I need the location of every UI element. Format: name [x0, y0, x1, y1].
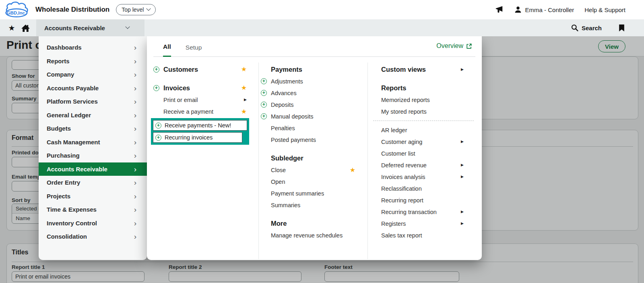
- sidebar-item-label: Time & Expenses: [47, 206, 97, 213]
- module-selector-label: Accounts Receivable: [44, 25, 105, 31]
- menu-item-customers[interactable]: +Customers★: [153, 63, 247, 75]
- menu-item-label: Customers: [163, 66, 198, 73]
- announcements-icon[interactable]: [495, 6, 504, 14]
- tab-all-label: All: [163, 43, 171, 50]
- sidebar-item-label: General Ledger: [47, 112, 91, 119]
- menu-item-label: Close: [271, 167, 286, 173]
- menu-item-label: Receive payments - New!: [165, 122, 231, 129]
- menu-item-label: Sales tax report: [381, 232, 422, 239]
- search-button[interactable]: Search: [571, 24, 602, 31]
- chevron-right-icon: ›: [134, 84, 136, 92]
- sidebar-item-company[interactable]: Company›: [39, 68, 147, 81]
- menu-item-label: Recurring report: [381, 197, 423, 204]
- menu-item-ar-ledger[interactable]: AR ledger: [381, 124, 471, 136]
- menu-item-deposits[interactable]: +Deposits: [261, 99, 355, 110]
- menu-tab-bar: All Setup: [153, 36, 475, 57]
- sidebar-item-platform-services[interactable]: Platform Services›: [39, 95, 147, 108]
- menu-item-label: Recurring invoices: [165, 134, 213, 141]
- menu-item-customer-list[interactable]: Customer list: [381, 148, 471, 159]
- menu-item-receive-payments-new[interactable]: +Receive payments - New!: [153, 120, 247, 131]
- menu-item-posted-payments[interactable]: Posted payments: [261, 134, 355, 146]
- menu-item-manage-revenue-schedules[interactable]: Manage revenue schedules: [261, 229, 355, 241]
- sidebar-item-budgets[interactable]: Budgets›: [39, 122, 147, 135]
- menu-item-label: Penalties: [271, 125, 295, 131]
- menu-item-print-or-email[interactable]: Print or email▶: [153, 94, 247, 106]
- company-logo[interactable]: GBD,Inc.: [3, 1, 31, 18]
- menu-item-recurring-report[interactable]: Recurring report: [381, 194, 471, 206]
- menu-item-summaries[interactable]: Summaries: [261, 199, 355, 211]
- menu-item-invoices-analysis[interactable]: Invoices analysis▶: [381, 171, 471, 183]
- sidebar-item-label: Purchasing: [47, 152, 80, 159]
- sidebar-item-time-expenses[interactable]: Time & Expenses›: [39, 203, 147, 216]
- top-bar: GBD,Inc. Wholesale Distribution Top leve…: [0, 0, 644, 19]
- menu-item-reports[interactable]: Reports: [381, 82, 471, 94]
- menu-item-payments[interactable]: Payments: [261, 63, 355, 75]
- sidebar-item-dashboards[interactable]: Dashboards›: [39, 41, 147, 54]
- menu-item-memorized-reports[interactable]: Memorized reports: [381, 94, 471, 106]
- sidebar-item-label: Inventory Control: [47, 220, 97, 227]
- menu-item-label: Customer aging: [381, 139, 422, 145]
- menu-item-custom-views[interactable]: Custom views▶: [381, 63, 471, 75]
- menu-item-label: Deferred revenue: [381, 162, 427, 169]
- menu-item-open[interactable]: Open: [261, 176, 355, 187]
- module-selector[interactable]: Accounts Receivable: [36, 19, 144, 36]
- sidebar-item-consolidation[interactable]: Consolidation›: [39, 230, 147, 243]
- menu-item-reclassification[interactable]: Reclassification: [381, 183, 471, 194]
- company-name: Wholesale Distribution: [35, 6, 109, 14]
- menu-item-close[interactable]: Close★: [261, 164, 355, 176]
- menu-item-adjustments[interactable]: +Adjustments: [261, 75, 355, 87]
- home-icon[interactable]: [19, 24, 32, 32]
- menu-item-label: Payments: [271, 66, 302, 73]
- menu-column-invoices: +Customers★+Invoices★Print or email▶Rece…: [153, 57, 247, 145]
- external-link-icon: [466, 43, 472, 49]
- sidebar-item-label: Platform Services: [47, 98, 98, 105]
- favorite-star-icon: ★: [350, 167, 355, 173]
- menu-item-payment-summaries[interactable]: Payment summaries: [261, 187, 355, 199]
- bookmark-icon[interactable]: [619, 24, 625, 32]
- tab-setup-label: Setup: [186, 44, 202, 51]
- menu-item-sales-tax-report[interactable]: Sales tax report: [381, 229, 471, 241]
- menu-item-recurring-invoices[interactable]: +Recurring invoices: [153, 132, 242, 143]
- sidebar-item-projects[interactable]: Projects›: [39, 189, 147, 203]
- submenu-arrow-icon: ▶: [461, 222, 464, 225]
- chevron-right-icon: ›: [134, 98, 136, 105]
- sidebar-item-inventory-control[interactable]: Inventory Control›: [39, 216, 147, 230]
- menu-item-label: Posted payments: [271, 137, 316, 143]
- menu-item-deferred-revenue[interactable]: Deferred revenue▶: [381, 159, 471, 171]
- entity-selector[interactable]: Top level: [116, 4, 156, 15]
- tab-setup[interactable]: Setup: [186, 44, 202, 56]
- menu-item-label: Subledger: [271, 154, 303, 162]
- menu-item-more[interactable]: More: [261, 217, 355, 229]
- sidebar-item-reports[interactable]: Reports›: [39, 54, 147, 68]
- entity-selector-label: Top level: [122, 6, 144, 13]
- menu-item-penalties[interactable]: Penalties: [261, 122, 355, 134]
- sidebar-item-general-ledger[interactable]: General Ledger›: [39, 108, 147, 122]
- sidebar-item-label: Reports: [47, 58, 70, 65]
- sidebar-item-label: Projects: [47, 193, 70, 200]
- sidebar-item-order-entry[interactable]: Order Entry›: [39, 176, 147, 189]
- sidebar-item-purchasing[interactable]: Purchasing›: [39, 149, 147, 162]
- menu-item-receive-a-payment[interactable]: Receive a payment★: [153, 106, 247, 117]
- menu-item-registers[interactable]: Registers▶: [381, 218, 471, 229]
- menu-item-manual-deposits[interactable]: +Manual deposits: [261, 110, 355, 122]
- chevron-right-icon: ›: [134, 152, 136, 159]
- sidebar-item-cash-management[interactable]: Cash Management›: [39, 135, 147, 149]
- menu-item-invoices[interactable]: +Invoices★: [153, 82, 247, 94]
- favorites-star-icon[interactable]: ★: [5, 23, 19, 33]
- user-menu[interactable]: Emma - Controller: [514, 6, 574, 14]
- help-support-link[interactable]: Help & Support: [584, 6, 625, 13]
- menu-item-customer-aging[interactable]: Customer aging▶: [381, 136, 471, 148]
- menu-item-label: Manual deposits: [271, 113, 314, 120]
- menu-item-label: Reports: [381, 84, 406, 92]
- menu-item-recurring-transaction[interactable]: Recurring transaction▶: [381, 206, 471, 218]
- overview-link[interactable]: Overview: [436, 42, 472, 50]
- sidebar-item-accounts-receivable[interactable]: Accounts Receivable›: [39, 162, 147, 176]
- menu-item-subledger[interactable]: Subledger: [261, 152, 355, 164]
- user-name: Emma - Controller: [525, 6, 574, 13]
- menu-item-advances[interactable]: +Advances: [261, 87, 355, 99]
- tab-all[interactable]: All: [163, 43, 171, 57]
- sidebar-item-accounts-payable[interactable]: Accounts Payable›: [39, 81, 147, 95]
- overview-link-label: Overview: [436, 42, 463, 50]
- menu-item-my-stored-reports[interactable]: My stored reports: [381, 106, 471, 117]
- chevron-right-icon: ›: [134, 206, 136, 213]
